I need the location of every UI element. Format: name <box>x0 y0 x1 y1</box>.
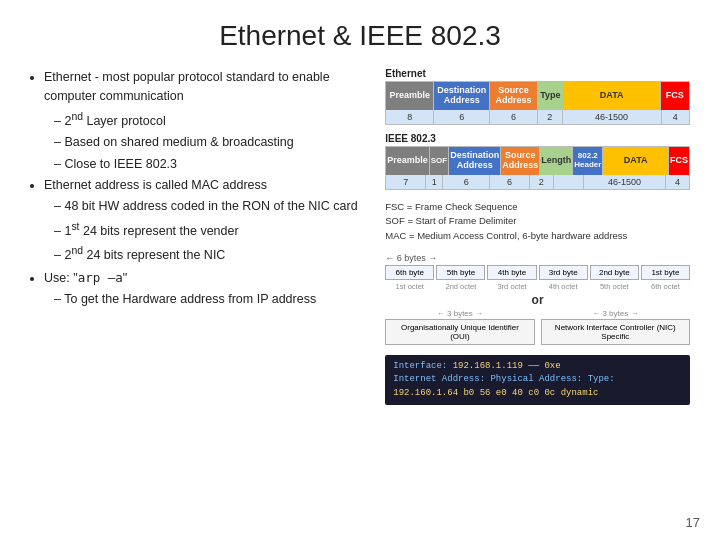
three-bytes-labels: ← 3 bytes → ← 3 bytes → <box>385 309 690 319</box>
right-column: Ethernet Preamble DestinationAddress Sou… <box>385 68 690 520</box>
ieee-num-8021 <box>554 175 584 189</box>
ieee-fcs-cell: FCS <box>669 147 689 175</box>
byte-box-5: 5th byte <box>436 265 485 280</box>
byte-box-1: 1st byte <box>641 265 690 280</box>
ieee-8021-cell: 802.2Header <box>573 147 603 175</box>
eth-num-type: 2 <box>538 110 563 124</box>
left-column: Ethernet - most popular protocol standar… <box>30 68 365 520</box>
byte-box-4: 4th byte <box>487 265 536 280</box>
sub-item-1-1: 2nd Layer protocol <box>54 109 365 132</box>
ieee-data-cell: DATA <box>603 147 669 175</box>
sub-item-1-3: Close to IEEE 802.3 <box>54 155 365 174</box>
or-label: or <box>385 293 690 307</box>
ieee-frame-section: IEEE 802.3 Preamble SOF DestinationAddre… <box>385 133 690 192</box>
eth-data-cell: DATA <box>564 82 661 110</box>
eth-preamble-cell: Preamble <box>386 82 434 110</box>
ethernet-label: Ethernet <box>385 68 690 79</box>
slide-number: 17 <box>686 515 700 530</box>
sub-list-1: 2nd Layer protocol Based on shared mediu… <box>44 109 365 174</box>
eth-dst-cell: DestinationAddress <box>434 82 490 110</box>
ieee-num-sof: 1 <box>426 175 443 189</box>
eth-num-src: 6 <box>490 110 538 124</box>
terminal-line2-label: Internet Address: Physical Address: Type… <box>393 374 614 384</box>
ethernet-num-row: 8 6 6 2 46-1500 4 <box>386 110 689 124</box>
sub-item-2-2: 1st 24 bits represent the vender <box>54 219 365 242</box>
sub-item-2-1: 48 bit HW address coded in the RON of th… <box>54 197 365 216</box>
ieee-num-src: 6 <box>490 175 530 189</box>
octet-label-5: 5th octet <box>590 282 639 291</box>
slide-title: Ethernet & IEEE 802.3 <box>30 20 690 52</box>
ieee-sof-cell: SOF <box>430 147 449 175</box>
octet-label-2: 2nd octet <box>436 282 485 291</box>
sub-item-3-1: To get the Hardware address from IP addr… <box>54 290 365 309</box>
three-bytes-label-1: ← 3 bytes → <box>385 309 534 318</box>
ieee-frame-diagram: Preamble SOF DestinationAddress SourceAd… <box>385 146 690 190</box>
byte-box-6: 6th byte <box>385 265 434 280</box>
octet-label-3: 3rd octet <box>487 282 536 291</box>
oui-label: Organisationally Unique Identifier (OUI) <box>390 323 529 341</box>
byte-box-3: 3rd byte <box>539 265 588 280</box>
sub-list-3: To get the Hardware address from IP addr… <box>44 290 365 309</box>
eth-num-dst: 6 <box>434 110 490 124</box>
nic-box: Network Interface Controller (NIC) Speci… <box>541 319 690 345</box>
ieee-num-dst: 6 <box>443 175 490 189</box>
byte-box-2: 2nd byte <box>590 265 639 280</box>
bullet-2: Ethernet address is called MAC address <box>44 176 365 195</box>
ieee-num-data: 46-1500 <box>584 175 666 189</box>
eth-num-data: 46-1500 <box>563 110 662 124</box>
ethernet-frame-diagram: Preamble DestinationAddress SourceAddres… <box>385 81 690 125</box>
sub-list-2: 48 bit HW address coded in the RON of th… <box>44 197 365 265</box>
ieee-label: IEEE 802.3 <box>385 133 690 144</box>
mac-diagram-section: ← 6 bytes → 6th byte 5th byte 4th byte 3… <box>385 253 690 345</box>
sub-item-2-3: 2nd 24 bits represent the NIC <box>54 243 365 266</box>
bullet-3: Use: "arp –a" <box>44 268 365 288</box>
bullet-1: Ethernet - most popular protocol standar… <box>44 68 365 174</box>
ieee-length-cell: Length <box>540 147 573 175</box>
ieee-num-row: 7 1 6 6 2 46-1500 4 <box>386 175 689 189</box>
ieee-num-length: 2 <box>530 175 554 189</box>
ieee-num-preamble: 7 <box>386 175 426 189</box>
slide: Ethernet & IEEE 802.3 Ethernet - most po… <box>0 0 720 540</box>
sub-item-1-2: Based on shared medium & broadcasting <box>54 133 365 152</box>
terminal-line3: 192.160.1.64 b0 56 e0 40 c0 0c dynamic <box>393 388 598 398</box>
three-bytes-label-2: ← 3 bytes → <box>541 309 690 318</box>
terminal-line1-label: Interface: <box>393 361 452 371</box>
octet-label-6: 6th octet <box>641 282 690 291</box>
eth-fcs-cell: FCS <box>661 82 689 110</box>
oui-box: Organisationally Unique Identifier (OUI) <box>385 319 534 345</box>
eth-type-cell: Type <box>538 82 564 110</box>
nic-label: Network Interface Controller (NIC) Speci… <box>546 323 685 341</box>
eth-num-preamble: 8 <box>386 110 434 124</box>
ieee-src-cell: SourceAddress <box>501 147 540 175</box>
ieee-dst-cell: DestinationAddress <box>449 147 501 175</box>
byte-boxes-row: 6th byte 5th byte 4th byte 3rd byte 2nd … <box>385 265 690 280</box>
ethernet-frame-section: Ethernet Preamble DestinationAddress Sou… <box>385 68 690 127</box>
ieee-preamble-cell: Preamble <box>386 147 430 175</box>
six-bytes-header: ← 6 bytes → <box>385 253 690 263</box>
octet-labels-row: 1st octet 2nd octet 3rd octet 4th octet … <box>385 282 690 291</box>
legend-section: FSC = Frame Check Sequence SOF = Start o… <box>385 200 690 243</box>
ieee-frame-row: Preamble SOF DestinationAddress SourceAd… <box>386 147 689 175</box>
legend-mac: MAC = Medium Access Control, 6-byte hard… <box>385 229 690 243</box>
eth-num-fcs: 4 <box>662 110 689 124</box>
octet-label-4: 4th octet <box>539 282 588 291</box>
bullet-list: Ethernet - most popular protocol standar… <box>30 68 365 310</box>
terminal-output: Interface: 192.168.1.119 —— 0xe Internet… <box>385 355 690 406</box>
octet-label-1: 1st octet <box>385 282 434 291</box>
eth-src-cell: SourceAddress <box>490 82 538 110</box>
content-area: Ethernet - most popular protocol standar… <box>30 68 690 520</box>
oui-nic-row: Organisationally Unique Identifier (OUI)… <box>385 319 690 345</box>
ethernet-frame-row: Preamble DestinationAddress SourceAddres… <box>386 82 689 110</box>
terminal-line1-val: 192.168.1.119 —— 0xe <box>453 361 561 371</box>
legend-sof: SOF = Start of Frame Delimiter <box>385 214 690 228</box>
legend-fsc: FSC = Frame Check Sequence <box>385 200 690 214</box>
ieee-num-fcs: 4 <box>666 175 689 189</box>
